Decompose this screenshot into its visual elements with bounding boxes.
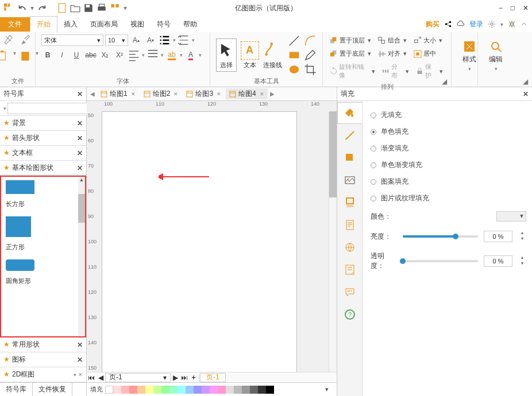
page-selector[interactable]: 页-1▾: [105, 373, 171, 382]
center-button[interactable]: 居中: [413, 48, 437, 59]
valign-dropdown[interactable]: ▾: [161, 52, 164, 58]
rp-tab-fill[interactable]: [337, 102, 362, 124]
italic-button[interactable]: I: [56, 49, 68, 61]
page-next[interactable]: ▶: [171, 374, 180, 382]
shape-rect-item[interactable]: 长方形: [1, 177, 85, 213]
fill-image[interactable]: 图片或纹理填充: [371, 190, 526, 207]
align-dropdown[interactable]: ▾: [142, 52, 145, 58]
line-spacing-icon[interactable]: [178, 34, 190, 46]
strike-button[interactable]: abc: [84, 49, 97, 61]
paste-dropdown[interactable]: ▾: [13, 50, 16, 63]
cat-arrows[interactable]: ★箭头形状✕: [0, 131, 86, 146]
format-painter-icon[interactable]: [3, 34, 16, 46]
settings-icon[interactable]: [488, 20, 496, 28]
doc-tab-3[interactable]: 绘图3✕: [183, 88, 225, 99]
canvas[interactable]: [97, 111, 329, 372]
group-button[interactable]: 组合▾: [377, 35, 409, 46]
cat-background[interactable]: ★背景✕: [0, 116, 86, 131]
rp-tab-reflection[interactable]: [337, 192, 362, 213]
home-dropdown[interactable]: ▾: [3, 106, 6, 111]
rp-tab-hyperlink[interactable]: [337, 236, 362, 258]
font-color-icon[interactable]: A: [184, 49, 197, 61]
arc-tool-icon[interactable]: [304, 34, 317, 47]
rp-tab-help[interactable]: ?: [337, 304, 362, 325]
rp-tab-line[interactable]: [337, 125, 362, 146]
bring-front-button[interactable]: 置于顶层▾: [329, 35, 373, 46]
select-tool-button[interactable]: 选择: [216, 38, 237, 72]
menu-start[interactable]: 开始: [30, 16, 57, 32]
oval-tool-icon[interactable]: [288, 63, 300, 76]
vertical-scrollbar[interactable]: [329, 111, 337, 372]
undo-dropdown[interactable]: ▾: [30, 3, 34, 13]
fill-none[interactable]: 无填充: [371, 107, 526, 123]
tab-file-recover[interactable]: 文件恢复: [33, 383, 72, 396]
cat-2dframe[interactable]: ★2D框图▾ ✕: [0, 367, 86, 382]
save-icon[interactable]: [83, 3, 94, 13]
connector-tool-button[interactable]: 连接线: [263, 38, 283, 72]
align-button[interactable]: 对齐▾: [377, 48, 409, 59]
page-tab-1[interactable]: 页-1: [200, 373, 226, 382]
brightness-value[interactable]: 0 %: [484, 231, 512, 242]
pencil-tool-icon[interactable]: [304, 49, 317, 61]
bullets-icon[interactable]: [159, 34, 171, 46]
align-left-icon[interactable]: [128, 49, 140, 61]
menu-help[interactable]: 帮助: [177, 17, 203, 32]
open-icon[interactable]: [70, 3, 80, 13]
protect-button[interactable]: 保护▾: [415, 61, 445, 81]
rect-tool-icon[interactable]: [288, 49, 300, 61]
collapse-ribbon-icon[interactable]: [521, 20, 527, 28]
bold-button[interactable]: B: [41, 49, 54, 61]
page-last[interactable]: ⏭: [180, 374, 189, 382]
redo-icon[interactable]: [37, 3, 48, 13]
highlight-dropdown[interactable]: ▾: [180, 52, 183, 58]
opacity-up[interactable]: ▲: [518, 255, 526, 261]
line-spacing-dropdown[interactable]: ▾: [192, 37, 195, 43]
opacity-down[interactable]: ▼: [518, 261, 526, 267]
doc-tab-3-close[interactable]: ✕: [217, 91, 221, 97]
brand-icon[interactable]: [508, 20, 516, 28]
cat-icons[interactable]: ★图标✕: [0, 352, 86, 367]
shape-square-item[interactable]: 正方形: [1, 213, 85, 256]
opacity-value[interactable]: 0 %: [484, 255, 512, 267]
swatch-dropdown-icon[interactable]: ▾: [325, 386, 333, 394]
cat-common-shapes[interactable]: ★常用形状✕: [0, 337, 86, 352]
login-link[interactable]: 登录: [469, 20, 483, 29]
font-color-dropdown[interactable]: ▾: [199, 52, 202, 58]
rp-tab-comment[interactable]: [337, 281, 362, 303]
send-back-button[interactable]: 置于底层▾: [329, 48, 373, 59]
buy-link[interactable]: 购买: [426, 20, 440, 29]
symbol-lib-close[interactable]: ✕: [77, 90, 83, 98]
rp-tab-text[interactable]: [337, 214, 362, 236]
rp-tab-shadow[interactable]: [337, 147, 362, 169]
fill-solid[interactable]: 单色填充: [371, 123, 526, 140]
cat-textbox[interactable]: ★文本框✕: [0, 146, 86, 161]
superscript-button[interactable]: X²: [113, 49, 126, 61]
crop-tool-icon[interactable]: [304, 63, 317, 76]
page-first[interactable]: ⏮: [87, 374, 96, 382]
grow-font-icon[interactable]: A▴: [130, 34, 142, 46]
menu-layout[interactable]: 页面布局: [84, 17, 124, 32]
print-icon[interactable]: [97, 3, 107, 13]
fill-mono-gradient[interactable]: 单色渐变填充: [371, 157, 526, 173]
rp-tab-image[interactable]: [337, 169, 362, 191]
valign-icon[interactable]: [147, 49, 159, 61]
shapes-scrollbar[interactable]: ▲: [78, 177, 85, 336]
text-tool-button[interactable]: A 文本: [239, 38, 260, 72]
tab-symbol-lib[interactable]: 符号库: [0, 383, 33, 396]
tab-scroll-right[interactable]: ▶: [269, 91, 276, 97]
color-swatch-row[interactable]: [105, 386, 274, 394]
size-button[interactable]: 大小▾: [413, 35, 445, 46]
maximize-button[interactable]: □: [511, 4, 515, 12]
tab-scroll-left[interactable]: ◀: [89, 91, 96, 97]
page-surface[interactable]: [102, 111, 297, 372]
menu-view[interactable]: 视图: [124, 17, 151, 32]
doc-tab-1-close[interactable]: ✕: [131, 91, 136, 97]
subscript-button[interactable]: X₂: [99, 49, 111, 61]
doc-tab-4[interactable]: 绘图4✕: [226, 88, 268, 99]
doc-tab-2-close[interactable]: ✕: [174, 91, 178, 97]
settings-dropdown[interactable]: ▾: [500, 21, 503, 28]
brightness-up[interactable]: ▲: [518, 231, 526, 236]
highlight-icon[interactable]: ab: [165, 49, 178, 61]
paste-icon[interactable]: [0, 50, 10, 63]
font-dialog-launcher[interactable]: ◢: [523, 77, 531, 86]
